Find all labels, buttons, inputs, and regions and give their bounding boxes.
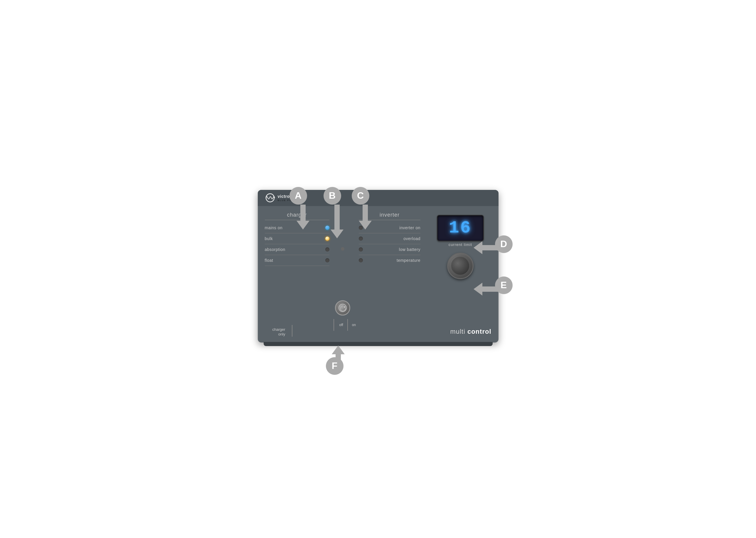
arrow-c [359, 205, 372, 230]
mains-on-led [325, 226, 329, 230]
low-battery-label: low battery [399, 247, 420, 252]
display-label: current limit [449, 242, 472, 247]
switch-knob-inner [339, 304, 347, 312]
absorption-led [325, 247, 329, 251]
switch-line-left [292, 325, 293, 337]
label-d: D [495, 236, 513, 253]
brand-prefix: multi [450, 328, 465, 335]
section-charger: charger mains on bulk absorption float [265, 212, 329, 337]
arrow-b [331, 205, 344, 238]
arrow-d [473, 241, 499, 254]
victron-logo-icon [264, 193, 277, 202]
brand-label: multi control [450, 328, 491, 336]
switch-divider [347, 319, 348, 331]
indicator-temperature: temperature [359, 255, 420, 266]
device-panel: victron energy BLUE POWER charger mains … [258, 190, 499, 343]
overload-led [359, 237, 363, 241]
outer-container: A B C D E F [258, 190, 499, 343]
indicator-float: float [265, 255, 329, 266]
switch-on-label: on [352, 323, 356, 327]
absorption-label: absorption [265, 247, 285, 252]
float-led [325, 258, 329, 262]
indicator-bulk: bulk [265, 233, 329, 244]
section-inverter: inverter inverter on overload low batter… [359, 212, 420, 337]
bulk-label: bulk [265, 236, 273, 241]
charger-only-label: chargeronly [265, 327, 285, 336]
temperature-label: temperature [397, 258, 420, 263]
device-bottom-strip [264, 342, 493, 346]
float-label: float [265, 258, 273, 263]
switch-off-label: off [339, 323, 343, 327]
brand-suffix: control [465, 328, 492, 335]
indicator-overload: overload [359, 233, 420, 244]
label-e: E [495, 277, 513, 294]
switch-knob[interactable] [335, 300, 350, 315]
arrow-e [473, 283, 499, 296]
switch-line-right [334, 319, 334, 331]
label-f: F [326, 357, 344, 375]
switch-area: chargeronly [265, 322, 329, 337]
indicator-absorption: absorption [265, 244, 329, 255]
overload-label: overload [404, 236, 420, 241]
temperature-led [359, 258, 363, 262]
inverter-on-label: inverter on [399, 225, 420, 230]
switch-c-icon [339, 304, 347, 313]
switch-labels-row: off on [329, 319, 356, 331]
low-battery-led [359, 247, 363, 251]
arrow-a [297, 205, 309, 230]
current-limit-display: 16 [437, 215, 484, 241]
section-display: 16 current limit [420, 212, 492, 337]
mode-switch[interactable] [335, 300, 350, 315]
label-a: A [290, 187, 307, 205]
mains-on-label: mains on [265, 225, 283, 230]
center-indicator-dot [341, 247, 345, 251]
svg-point-1 [344, 306, 346, 308]
label-c: C [352, 187, 369, 205]
bulk-led [325, 237, 329, 241]
indicator-low-battery: low battery [359, 244, 420, 255]
label-b: B [324, 187, 341, 205]
display-value: 16 [449, 220, 472, 237]
device-body: charger mains on bulk absorption float [258, 206, 499, 343]
control-knob[interactable] [447, 253, 473, 279]
